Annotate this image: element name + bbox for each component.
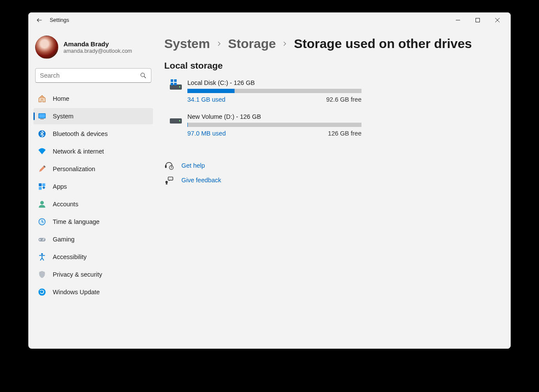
drive-stats: 34.1 GB used92.6 GB free [187,96,361,103]
sidebar-item-network[interactable]: Network & internet [33,143,153,160]
give-feedback-text: Give feedback [181,177,221,184]
privacy-icon [38,270,46,279]
system-icon [38,112,46,121]
sidebar-item-label: Apps [53,183,67,190]
sidebar-item-label: Network & internet [53,148,104,155]
accessibility-icon [38,253,46,261]
sidebar-item-update[interactable]: Windows Update [33,284,153,300]
svg-rect-8 [39,187,42,190]
svg-text:?: ? [170,166,172,169]
feedback-icon [164,175,174,185]
drive-icon-wrap [164,113,187,124]
search-icon [140,72,147,79]
section-title: Local storage [164,60,494,71]
sidebar-item-time[interactable]: Time & language [33,214,153,230]
svg-point-12 [43,238,45,240]
breadcrumb: SystemStorageStorage used on other drive… [164,36,494,51]
breadcrumb-item[interactable]: System [164,36,210,51]
svg-rect-6 [39,184,42,187]
main-panel: SystemStorageStorage used on other drive… [156,28,511,349]
breadcrumb-item[interactable]: Storage [228,36,276,51]
drive-title: Local Disk (C:) - 126 GB [187,79,361,86]
windows-logo-icon [171,79,177,85]
used-label: 97.0 MB used [187,130,226,137]
storage-progress-bar [187,123,361,127]
user-text: Amanda Brady amanda.brady@outlook.com [63,40,132,54]
apps-icon [38,182,46,191]
drive-info: New Volume (D:) - 126 GB97.0 MB used126 … [187,113,361,137]
svg-rect-7 [42,184,45,187]
sidebar-item-bluetooth[interactable]: Bluetooth & devices [33,126,153,142]
used-label: 34.1 GB used [187,96,226,103]
headset-help-icon: ? [164,161,174,170]
minimize-button[interactable] [448,12,468,28]
svg-point-13 [42,239,44,241]
free-label: 126 GB free [328,130,361,137]
sidebar-item-accessibility[interactable]: Accessibility [33,249,153,265]
content-area: Amanda Brady amanda.brady@outlook.com Ho… [28,28,511,349]
sidebar-item-label: Bluetooth & devices [53,130,108,137]
sidebar-item-label: Windows Update [53,289,100,296]
sidebar-item-label: Accessibility [53,253,87,260]
sidebar-item-label: Time & language [53,218,99,225]
help-links: ? Get help Give feedback [164,161,494,185]
sidebar-item-label: Accounts [53,201,78,208]
maximize-button[interactable] [468,12,488,28]
svg-rect-21 [168,177,173,180]
time-icon [38,217,46,226]
sidebar: Amanda Brady amanda.brady@outlook.com Ho… [28,28,156,349]
breadcrumb-item: Storage used on other drives [294,36,472,51]
sidebar-item-personalization[interactable]: Personalization [33,161,153,177]
svg-point-15 [39,289,46,296]
home-icon [38,94,46,103]
sidebar-item-system[interactable]: System [33,108,153,124]
sidebar-item-label: Gaming [53,236,75,243]
search-box[interactable] [35,68,151,83]
svg-rect-0 [476,18,480,22]
drive-title: New Volume (D:) - 126 GB [187,113,361,120]
network-icon [38,147,46,156]
close-button[interactable] [488,12,507,28]
drive-icon-wrap [164,79,187,90]
chevron-right-icon [216,41,222,47]
bluetooth-icon [38,130,46,138]
titlebar: Settings [28,12,511,28]
sidebar-item-home[interactable]: Home [33,90,153,107]
disk-drive-icon [170,80,182,90]
app-title: Settings [50,17,69,23]
svg-point-9 [40,201,44,205]
search-input[interactable] [40,72,140,79]
nav-list: HomeSystemBluetooth & devicesNetwork & i… [32,90,155,300]
gaming-icon [38,235,46,244]
svg-point-1 [141,73,145,77]
sidebar-item-label: System [53,113,73,120]
give-feedback-link[interactable]: Give feedback [164,175,494,185]
sidebar-item-label: Personalization [53,166,95,172]
avatar [35,36,58,59]
storage-progress-bar [187,89,361,93]
sidebar-item-privacy[interactable]: Privacy & security [33,266,153,283]
drive-info: Local Disk (C:) - 126 GB34.1 GB used92.6… [187,79,361,103]
drive-item-c[interactable]: Local Disk (C:) - 126 GB34.1 GB used92.6… [164,79,494,103]
svg-point-19 [166,181,168,184]
user-profile[interactable]: Amanda Brady amanda.brady@outlook.com [32,31,155,66]
sidebar-item-accounts[interactable]: Accounts [33,196,153,212]
svg-rect-4 [40,119,44,119]
user-name: Amanda Brady [63,40,132,48]
drive-item-d[interactable]: New Volume (D:) - 126 GB97.0 MB used126 … [164,113,494,137]
minimize-icon [456,18,460,22]
svg-rect-16 [165,165,167,168]
sidebar-item-label: Privacy & security [53,271,102,278]
sidebar-item-apps[interactable]: Apps [33,178,153,195]
user-email: amanda.brady@outlook.com [63,48,132,54]
update-icon [38,288,46,296]
settings-window: Settings Amanda Brady amanda.brady@outlo… [28,12,511,349]
svg-rect-3 [39,114,45,118]
get-help-text: Get help [181,162,205,169]
chevron-right-icon [282,41,288,47]
back-button[interactable] [32,12,47,28]
drive-list: Local Disk (C:) - 126 GB34.1 GB used92.6… [164,79,494,137]
get-help-link[interactable]: ? Get help [164,161,494,170]
sidebar-item-gaming[interactable]: Gaming [33,231,153,247]
drive-stats: 97.0 MB used126 GB free [187,130,361,137]
